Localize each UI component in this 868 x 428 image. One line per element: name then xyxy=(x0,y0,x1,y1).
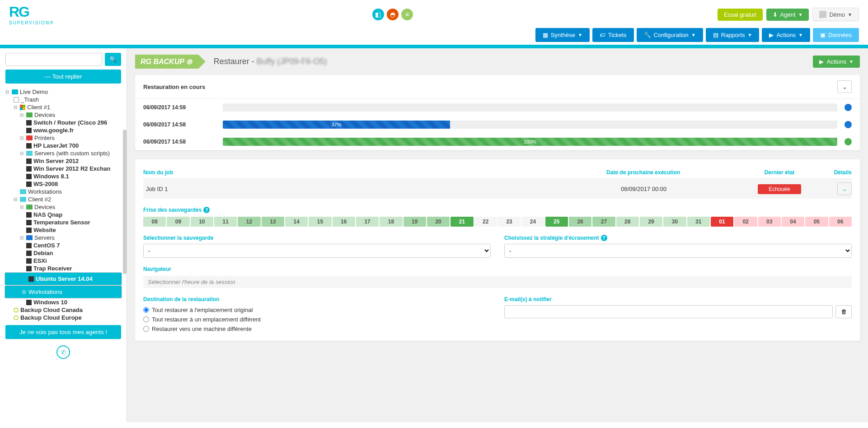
calendar-day[interactable]: 23 xyxy=(498,217,521,227)
tree-trash[interactable]: _Trash xyxy=(5,96,122,103)
restoration-row: 06/09/2017 14:59 xyxy=(135,99,860,116)
tree-root[interactable]: ⊟Live Demo xyxy=(5,88,122,96)
calendar-day[interactable]: 30 xyxy=(663,217,686,227)
calendar-day[interactable]: 05 xyxy=(805,217,828,227)
email-input[interactable] xyxy=(504,305,833,318)
tree-devices1[interactable]: ⊟Devices xyxy=(5,111,122,119)
tree-win2012[interactable]: Win Server 2012 xyxy=(5,157,122,165)
calendar-day[interactable]: 19 xyxy=(404,217,426,227)
top-icon-shield[interactable]: ◓ xyxy=(387,9,399,20)
select-strategy[interactable]: - xyxy=(504,244,852,258)
calendar-day[interactable]: 18 xyxy=(380,217,402,227)
radio-original[interactable] xyxy=(143,307,149,313)
destination-label: Destination de la restauration xyxy=(143,296,491,302)
cloud-icon: ⬡ xyxy=(14,307,19,313)
calendar-day[interactable]: 26 xyxy=(569,217,591,227)
calendar-day[interactable]: 22 xyxy=(474,217,497,227)
calendar-day[interactable]: 21 xyxy=(450,217,473,227)
tree-esxi[interactable]: ESXi xyxy=(5,257,122,265)
top-icon-db[interactable]: ≡ xyxy=(401,9,413,20)
nav-configuration[interactable]: 🔧Configuration▼ xyxy=(637,28,703,42)
avatar-icon xyxy=(819,11,826,18)
calendar-day[interactable]: 16 xyxy=(333,217,355,227)
tree-devices2[interactable]: ⊟Devices xyxy=(5,203,122,211)
tree-google[interactable]: www.google.fr xyxy=(5,126,122,134)
navigator-placeholder[interactable]: Sélectionner l'heure de la session xyxy=(143,276,852,288)
calendar-day[interactable]: 11 xyxy=(214,217,237,227)
calendar-day[interactable]: 06 xyxy=(829,217,852,227)
top-icon-monitor[interactable]: ◧ xyxy=(372,9,384,20)
tree-bcanada[interactable]: ⬡Backup Cloud Canada xyxy=(5,306,122,314)
logo[interactable]: RG SUPERVISION® xyxy=(9,4,68,25)
nav-donnees[interactable]: ▣Données xyxy=(813,28,859,42)
radio-different-location[interactable] xyxy=(143,316,149,322)
calendar-day[interactable]: 17 xyxy=(356,217,379,227)
chevron-down-icon: ▼ xyxy=(798,33,803,37)
tree-website[interactable]: Website xyxy=(5,226,122,234)
tree-client1[interactable]: ⊟Client #1 xyxy=(5,103,122,111)
tree-win2012r2[interactable]: Win Server 2012 R2 Exchan xyxy=(5,165,122,172)
select-backup[interactable]: - xyxy=(143,244,491,258)
tree-trap[interactable]: Trap Receiver xyxy=(5,265,122,272)
calendar-day[interactable]: 02 xyxy=(734,217,757,227)
job-details-button[interactable]: ⌄ xyxy=(837,182,852,195)
calendar-day[interactable]: 15 xyxy=(309,217,331,227)
tree-workstations2[interactable]: ⊟Workstations xyxy=(5,285,122,298)
collapse-all-button[interactable]: — Tout replier xyxy=(5,70,121,84)
calendar-day[interactable]: 20 xyxy=(427,217,450,227)
tree-beurope[interactable]: ⬡Backup Cloud Europe xyxy=(5,314,122,321)
tree-servers2[interactable]: ⊟Servers xyxy=(5,234,122,242)
radio-different-machine[interactable] xyxy=(143,326,149,332)
info-icon[interactable]: ? xyxy=(601,235,607,241)
calendar-day[interactable]: 13 xyxy=(262,217,284,227)
tree-ubuntu[interactable]: Ubuntu Server 14.04 xyxy=(5,272,122,285)
tree-hp[interactable]: HP LaserJet 700 xyxy=(5,142,122,149)
nav-tickets[interactable]: 🏷Tickets xyxy=(592,28,634,42)
nav-synthese[interactable]: ▦Synthèse▼ xyxy=(535,28,590,42)
email-delete-button[interactable]: 🗑 xyxy=(835,305,852,318)
server-icon xyxy=(26,166,32,172)
missing-agents-button[interactable]: Je ne vois pas tous mes agents ! xyxy=(5,325,121,339)
tree-switch[interactable]: Switch / Router (Cisco 296 xyxy=(5,119,122,126)
search-input[interactable] xyxy=(5,53,102,66)
tree-debian[interactable]: Debian xyxy=(5,249,122,257)
job-row[interactable]: Job ID 1 08/09/2017 00:00 Echouée ⌄ xyxy=(143,179,852,199)
tree-temp[interactable]: Temperature Sensor xyxy=(5,219,122,226)
phone-icon[interactable]: ✆ xyxy=(56,345,70,359)
calendar-day[interactable]: 28 xyxy=(616,217,639,227)
nav-actions[interactable]: ▶Actions▼ xyxy=(762,28,810,42)
info-icon[interactable]: ? xyxy=(203,207,210,213)
calendar-day[interactable]: 24 xyxy=(521,217,544,227)
panel-toggle-button[interactable]: ⌄ xyxy=(837,80,852,93)
calendar-day[interactable]: 29 xyxy=(640,217,662,227)
tree-scrollbar[interactable] xyxy=(123,130,127,274)
calendar-day[interactable]: 31 xyxy=(687,217,710,227)
calendar-day[interactable]: 12 xyxy=(238,217,260,227)
calendar-day[interactable]: 14 xyxy=(285,217,308,227)
tree-centos[interactable]: CentOS 7 xyxy=(5,242,122,249)
calendar-day[interactable]: 04 xyxy=(782,217,804,227)
trash-icon xyxy=(14,97,19,102)
tree-win10[interactable]: Windows 10 xyxy=(5,298,122,306)
nav-rapports[interactable]: ▤Rapports▼ xyxy=(706,28,760,42)
calendar-day[interactable]: 08 xyxy=(143,217,166,227)
tree-client2[interactable]: ⊟Client #2 xyxy=(5,195,122,203)
agent-button[interactable]: ⬇Agent▼ xyxy=(766,9,809,21)
trial-button[interactable]: Essai gratuit xyxy=(718,9,763,21)
tree-nas[interactable]: NAS Qnap xyxy=(5,211,122,219)
calendar-day[interactable]: 25 xyxy=(545,217,568,227)
tree-win81[interactable]: Windows 8.1 xyxy=(5,172,122,180)
calendar-day[interactable]: 03 xyxy=(758,217,781,227)
tree-workstations1[interactable]: Workstations xyxy=(5,188,122,195)
user-menu[interactable]: Démo▼ xyxy=(812,8,859,21)
calendar-day[interactable]: 10 xyxy=(191,217,213,227)
search-button[interactable]: 🔍 xyxy=(105,53,121,66)
tree-servers1[interactable]: ⊟Servers (with custom scripts) xyxy=(5,149,122,157)
page-actions-button[interactable]: ▶Actions▼ xyxy=(813,56,860,68)
calendar-day[interactable]: 27 xyxy=(592,217,615,227)
tree-printers[interactable]: ⊟Printers xyxy=(5,134,122,142)
calendar-day[interactable]: 01 xyxy=(711,217,733,227)
tree-ws2008[interactable]: WS-2008 xyxy=(5,180,122,188)
col-job-name: Nom du job xyxy=(143,169,543,176)
calendar-day[interactable]: 09 xyxy=(167,217,189,227)
